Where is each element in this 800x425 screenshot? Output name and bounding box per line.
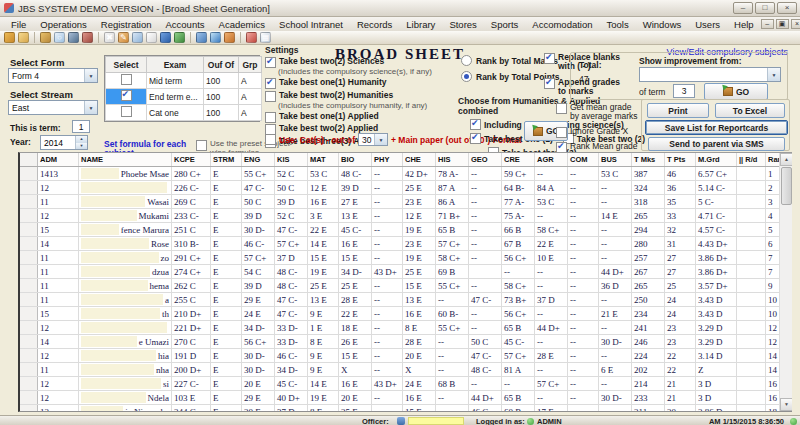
- cell-mgrd[interactable]: 3.43 D: [696, 307, 737, 321]
- cell-agr[interactable]: --: [535, 335, 568, 349]
- cell-geo[interactable]: --: [469, 167, 502, 181]
- cell-mgrd[interactable]: 4.43 D+: [696, 237, 737, 251]
- cell-bus[interactable]: --: [599, 195, 632, 209]
- flag-2-checkbox[interactable]: [544, 78, 555, 89]
- cell-mat[interactable]: 53 C: [308, 167, 339, 181]
- cell-phy[interactable]: --: [372, 391, 403, 405]
- mdi-restore-icon[interactable]: ▣: [776, 19, 789, 29]
- cell-bio[interactable]: 20 E: [339, 391, 372, 405]
- cell-mat[interactable]: 14 E: [308, 377, 339, 391]
- cell-his[interactable]: 69 B: [436, 265, 469, 279]
- exam-checkbox[interactable]: [121, 106, 132, 117]
- cell-kis[interactable]: 40 D+: [275, 391, 308, 405]
- exam-grp-cell[interactable]: A: [239, 89, 262, 105]
- cell-sel[interactable]: [20, 349, 38, 363]
- cell-agr[interactable]: 84 A: [535, 181, 568, 195]
- users-icon[interactable]: [196, 32, 207, 43]
- cell-tmks[interactable]: 387: [632, 167, 665, 181]
- cell-mat[interactable]: 12 E: [308, 181, 339, 195]
- cell-adm[interactable]: 12: [38, 321, 79, 335]
- table-row[interactable]: 11nha200 D+E30 D-34 D-9 EX--X--48 C-81 A…: [20, 363, 792, 377]
- menu-item-stores[interactable]: Stores: [442, 19, 483, 30]
- cell-cre[interactable]: 60 B-: [502, 405, 535, 413]
- cell-com[interactable]: --: [568, 237, 599, 251]
- cell-agr[interactable]: 10 E: [535, 251, 568, 265]
- cell-mgrd[interactable]: 3 D: [696, 391, 737, 405]
- table-row[interactable]: 1413Phoebe Msae280 C+E55 C+52 C53 C48 C-…: [20, 167, 792, 181]
- cell-kis[interactable]: 47 C-: [275, 293, 308, 307]
- cell-rd[interactable]: [737, 321, 766, 335]
- cell-strm[interactable]: E: [211, 335, 242, 349]
- cell-bio[interactable]: 45 C-: [339, 223, 372, 237]
- cell-mgrd[interactable]: 5.14 C-: [696, 181, 737, 195]
- cell-adm[interactable]: 11: [38, 293, 79, 307]
- cell-his[interactable]: --: [436, 405, 469, 413]
- scroll-down-icon[interactable]: ▼: [780, 398, 792, 411]
- cell-rd[interactable]: [737, 293, 766, 307]
- cell-geo[interactable]: [469, 265, 502, 279]
- cell-sel[interactable]: [20, 335, 38, 349]
- table-row[interactable]: 11Wasai269 CE50 C39 D16 E27 E--23 E86 A-…: [20, 195, 792, 209]
- cell-agr[interactable]: --: [535, 209, 568, 223]
- table-row[interactable]: 14e Umazi270 CE56 C+33 D-8 E26 E--28 E--…: [20, 335, 792, 349]
- student-icon[interactable]: [68, 32, 79, 43]
- cell-bus[interactable]: --: [599, 377, 632, 391]
- cell-eng[interactable]: 30 D-: [242, 363, 275, 377]
- cell-com[interactable]: --: [568, 195, 599, 209]
- cell-sel[interactable]: [20, 251, 38, 265]
- cell-bio[interactable]: 18 E: [339, 321, 372, 335]
- menu-item-library[interactable]: Library: [399, 19, 442, 30]
- cell-sel[interactable]: [20, 307, 38, 321]
- menu-item-help[interactable]: Help: [727, 19, 761, 30]
- save-list-button[interactable]: Save List for Reportcards: [645, 120, 788, 135]
- cell-geo[interactable]: --: [469, 307, 502, 321]
- cell-kcpe[interactable]: 103 E: [172, 391, 211, 405]
- cell-che[interactable]: 23 E: [403, 195, 436, 209]
- cell-rd[interactable]: [737, 237, 766, 251]
- cell-phy[interactable]: --: [372, 237, 403, 251]
- cell-eng[interactable]: 24 E: [242, 307, 275, 321]
- cell-tmks[interactable]: 324: [632, 181, 665, 195]
- cell-mgrd[interactable]: Z: [696, 363, 737, 377]
- cell-bio[interactable]: 15 E: [339, 349, 372, 363]
- cell-eng[interactable]: 34 D-: [242, 321, 275, 335]
- cell-com[interactable]: --: [568, 223, 599, 237]
- cell-mat[interactable]: 1 E: [308, 321, 339, 335]
- cell-agr[interactable]: 22 E: [535, 237, 568, 251]
- cell-eng[interactable]: 47 C-: [242, 181, 275, 195]
- cell-mat[interactable]: 15 E: [308, 251, 339, 265]
- cell-phy[interactable]: --: [372, 209, 403, 223]
- cell-mgrd[interactable]: 3.29 D: [696, 335, 737, 349]
- cell-kcpe[interactable]: 262 C: [172, 279, 211, 293]
- cell-his[interactable]: 86 A: [436, 195, 469, 209]
- cell-mgrd[interactable]: 4.57 C-: [696, 223, 737, 237]
- cell-phy[interactable]: 43 D+: [372, 265, 403, 279]
- vertical-scrollbar[interactable]: ▲ ▼: [779, 153, 792, 411]
- cell-strm[interactable]: E: [211, 321, 242, 335]
- cell-eng[interactable]: 55 C+: [242, 167, 275, 181]
- cell-com[interactable]: --: [568, 293, 599, 307]
- cell-sel[interactable]: [20, 363, 38, 377]
- cell-name[interactable]: th: [79, 307, 172, 321]
- cell-name[interactable]: hema: [79, 279, 172, 293]
- cell-strm[interactable]: E: [211, 251, 242, 265]
- cell-bio[interactable]: 39 D: [339, 181, 372, 195]
- cell-com[interactable]: --: [568, 391, 599, 405]
- cell-cre[interactable]: --: [502, 377, 535, 391]
- cell-geo[interactable]: --: [469, 377, 502, 391]
- cell-agr[interactable]: 53 C: [535, 195, 568, 209]
- table-row[interactable]: 11zo291 C+E57 C+37 D15 E15 E--19 E58 C+-…: [20, 251, 792, 265]
- cell-bus[interactable]: 14 E: [599, 209, 632, 223]
- cell-tmks[interactable]: 246: [632, 335, 665, 349]
- cell-cre[interactable]: 59 C+: [502, 167, 535, 181]
- search-icon[interactable]: ○: [54, 32, 65, 43]
- exam-checkbox[interactable]: [121, 74, 132, 85]
- scrollbar-thumb[interactable]: [781, 167, 792, 205]
- exam-name-cell[interactable]: End term e...: [147, 89, 204, 105]
- table-row[interactable]: 11dzua274 C+E54 C48 C-19 E34 D-43 D+25 E…: [20, 265, 792, 279]
- cell-tpts[interactable]: 24: [665, 293, 696, 307]
- delete-icon[interactable]: ✖: [104, 32, 115, 43]
- cell-rd[interactable]: [737, 279, 766, 293]
- cell-sel[interactable]: [20, 265, 38, 279]
- cell-mgrd[interactable]: 5 C-: [696, 195, 737, 209]
